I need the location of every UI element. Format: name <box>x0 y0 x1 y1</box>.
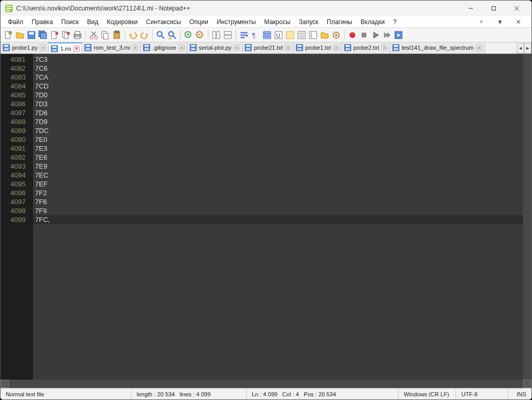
close-button[interactable] <box>505 1 528 16</box>
menubar-plus-icon[interactable]: ＋ <box>474 16 489 27</box>
paste-icon[interactable] <box>112 30 121 40</box>
tab-close-icon[interactable]: ✕ <box>73 46 80 52</box>
record-macro-icon[interactable] <box>348 30 357 40</box>
sync-v-icon[interactable] <box>212 30 221 40</box>
maximize-button[interactable] <box>482 1 505 16</box>
code-line[interactable]: 7E9 <box>33 162 523 171</box>
save-all-icon[interactable] <box>38 30 48 40</box>
close-file-icon[interactable] <box>50 30 59 40</box>
tab-close-icon[interactable]: ✕ <box>333 45 339 51</box>
code-line[interactable]: 7C3 <box>33 55 523 64</box>
code-line[interactable]: 7D0 <box>33 91 523 99</box>
menu-plugins[interactable]: Плагины <box>323 17 357 27</box>
svg-rect-44 <box>224 36 231 39</box>
code-line[interactable]: 7DC <box>33 126 523 135</box>
show-all-chars-icon[interactable]: ¶ <box>251 30 260 40</box>
doc-map-icon[interactable] <box>285 30 295 40</box>
save-icon[interactable] <box>27 30 36 40</box>
code-area[interactable]: 7C37C67CA7CD7D07D37D67D97DC7E07E37E67E97… <box>33 54 523 380</box>
tab-close-icon[interactable]: ✕ <box>381 45 387 51</box>
save-macro-icon[interactable] <box>394 30 403 40</box>
copy-icon[interactable] <box>101 30 110 40</box>
code-line[interactable]: 7FC, <box>33 215 523 224</box>
tab-label: probe2.txt <box>353 45 379 51</box>
menu-syntax[interactable]: Синтаксисы <box>142 17 185 27</box>
code-line[interactable]: 7E6 <box>33 153 523 162</box>
code-line[interactable]: 7E3 <box>33 144 523 153</box>
status-ins[interactable]: INS <box>508 388 531 399</box>
tab-1-mi[interactable]: 1.mi✕ <box>49 42 82 54</box>
code-line[interactable]: 7D6 <box>33 108 523 117</box>
menu-help[interactable]: ? <box>389 17 401 27</box>
tab-close-icon[interactable]: ✕ <box>476 45 482 51</box>
code-line[interactable]: 7D9 <box>33 117 523 126</box>
tab-scroll-left[interactable]: ◄ <box>517 43 524 53</box>
play-macro-icon[interactable] <box>371 30 380 40</box>
folder-icon[interactable] <box>320 30 329 40</box>
tab-scroll-right[interactable]: ► <box>524 43 531 53</box>
tab-probe21-txt[interactable]: probe21.txt✕ <box>242 42 294 53</box>
minimize-button[interactable] <box>459 1 482 16</box>
status-length: length : 20 534 <box>137 391 175 397</box>
tab-close-icon[interactable]: ✕ <box>40 45 46 51</box>
tab-probe2-txt[interactable]: probe2.txt✕ <box>342 42 390 53</box>
code-line[interactable]: 7EF <box>33 180 523 188</box>
open-file-icon[interactable] <box>15 30 25 40</box>
vertical-scrollbar[interactable] <box>523 54 531 380</box>
zoom-in-icon[interactable] <box>184 30 193 40</box>
code-line[interactable]: 7CD <box>33 82 523 91</box>
play-multi-icon[interactable] <box>382 30 392 40</box>
code-line[interactable]: 7F2 <box>33 188 523 197</box>
undo-icon[interactable] <box>128 30 138 40</box>
wordwrap-icon[interactable] <box>239 30 249 40</box>
menu-search[interactable]: Поиск <box>57 17 83 27</box>
tab-serial-plot-py[interactable]: serial-plot.py✕ <box>187 42 242 53</box>
status-encoding[interactable]: UTF-8 <box>456 388 508 399</box>
tab-rom-test-3-mi[interactable]: rom_test_3.mi✕ <box>82 42 141 53</box>
tab-close-icon[interactable]: ✕ <box>285 45 291 51</box>
menu-tools[interactable]: Инструменты <box>213 17 260 27</box>
code-line[interactable]: 7F9 <box>33 206 523 215</box>
tab-close-icon[interactable]: ✕ <box>234 45 240 51</box>
print-icon[interactable] <box>73 30 82 40</box>
new-file-icon[interactable] <box>4 30 13 40</box>
menu-settings[interactable]: Опции <box>185 17 213 27</box>
menu-edit[interactable]: Правка <box>28 17 58 27</box>
menubar-close-icon[interactable]: ✕ <box>512 17 525 27</box>
tab-close-icon[interactable]: ✕ <box>179 45 185 51</box>
tab-close-icon[interactable]: ✕ <box>132 45 138 51</box>
menu-run[interactable]: Запуск <box>295 17 323 27</box>
menubar-dropdown-icon[interactable]: ▼ <box>493 17 507 27</box>
horizontal-scrollbar[interactable] <box>1 380 531 388</box>
replace-icon[interactable] <box>168 30 177 40</box>
status-eol[interactable]: Windows (CR LF) <box>398 388 456 399</box>
menu-tabs[interactable]: Вкладки <box>357 17 389 27</box>
doc-list-icon[interactable] <box>297 30 306 40</box>
stop-macro-icon[interactable] <box>359 30 369 40</box>
find-icon[interactable] <box>156 30 165 40</box>
line-number: 4084 <box>1 82 26 91</box>
code-line[interactable]: 7EC <box>33 171 523 180</box>
tab-test141-draw-file-spectrum[interactable]: test141_draw_file_spectrum✕ <box>390 42 485 53</box>
menu-file[interactable]: Файл <box>4 17 28 27</box>
code-line[interactable]: 7C6 <box>33 64 523 73</box>
code-line[interactable]: 7D3 <box>33 99 523 108</box>
menu-view[interactable]: Вид <box>83 17 103 27</box>
code-line[interactable]: 7F6 <box>33 197 523 206</box>
cut-icon[interactable] <box>89 30 98 40</box>
zoom-out-icon[interactable] <box>195 30 205 40</box>
close-all-icon[interactable] <box>61 30 71 40</box>
lang-icon[interactable]: U <box>274 30 283 40</box>
sync-h-icon[interactable] <box>223 30 232 40</box>
indent-guide-icon[interactable] <box>262 30 272 40</box>
menu-macros[interactable]: Макросы <box>260 17 295 27</box>
code-line[interactable]: 7E0 <box>33 135 523 144</box>
func-list-icon[interactable] <box>308 30 318 40</box>
menu-encoding[interactable]: Кодировки <box>103 17 142 27</box>
tab-probe1-py[interactable]: probe1.py✕ <box>1 42 49 53</box>
monitor-icon[interactable] <box>331 30 341 40</box>
tab--gitignore[interactable]: .gitignore✕ <box>141 42 187 53</box>
tab-probe1-txt[interactable]: probe1.txt✕ <box>294 42 342 53</box>
redo-icon[interactable] <box>140 30 149 40</box>
code-line[interactable]: 7CA <box>33 73 523 82</box>
